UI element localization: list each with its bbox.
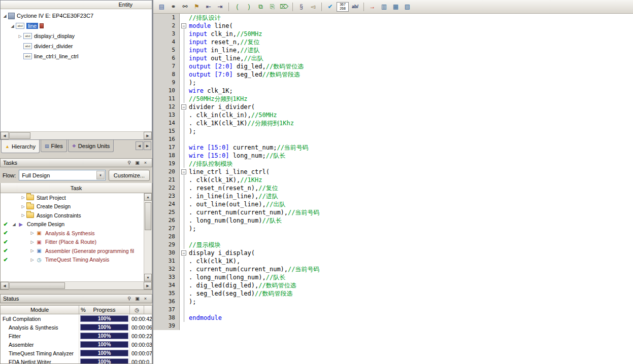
column-header-module[interactable]: Module (1, 306, 79, 314)
line-number: 21 (153, 176, 180, 184)
expand-arrow-icon[interactable]: ▷ (29, 258, 36, 262)
collapse-arrow-icon[interactable]: ◢ (2, 14, 8, 18)
fold-toggle-icon[interactable]: − (181, 169, 186, 174)
expand-arrow-icon[interactable]: ▷ (17, 34, 23, 39)
customize-button[interactable]: Customize... (109, 170, 150, 181)
close-icon[interactable]: × (142, 295, 149, 302)
scroll-left-icon[interactable]: ◀ (1, 132, 9, 139)
tree-item-line-ctrl[interactable]: abdline_ctrl:i_line_ctrl (1, 51, 152, 61)
fold-toggle-icon[interactable]: − (181, 23, 186, 28)
flow-select[interactable]: Full Design ▼ (19, 170, 106, 180)
comment-token: //50MHz分频到1KHz (189, 95, 247, 102)
word-wrap-icon[interactable]: ab/ (350, 2, 360, 12)
code-editor[interactable]: 1//排队设计2−module line(3input clk_in,//50M… (153, 14, 633, 364)
close-icon[interactable]: × (142, 159, 149, 166)
scroll-up-icon[interactable]: ▲ (144, 193, 152, 201)
keyword-token: module (189, 22, 211, 29)
scrollbar-thumb[interactable] (9, 132, 30, 139)
status-table-header: Module % Progress ◷ (0, 305, 152, 314)
expand-arrow-icon[interactable]: ▷ (20, 213, 26, 217)
tab-hierarchy[interactable]: ▲Hierarchy (1, 140, 40, 153)
task-create-design[interactable]: ▷Create Design (1, 202, 144, 211)
collapse-arrow-icon[interactable]: ◢ (9, 24, 16, 28)
float-icon[interactable]: ▣ (134, 159, 141, 166)
paste-block-icon[interactable]: ⎘ (267, 2, 278, 12)
expand-arrow-icon[interactable]: ▷ (20, 195, 26, 200)
fold-column (180, 184, 189, 192)
window-cascade-icon[interactable]: ▦ (390, 2, 401, 12)
expand-arrow-icon[interactable]: ▷ (29, 240, 36, 244)
fold-toggle-icon[interactable]: − (181, 104, 186, 110)
tab-design-units[interactable]: ❖Design Units (68, 140, 114, 152)
expand-arrow-icon[interactable]: ▷ (29, 231, 36, 235)
run-icon[interactable]: → (367, 2, 378, 12)
navigator-hscrollbar[interactable]: ◀ ▶ (1, 131, 152, 139)
tree-item-display[interactable]: ▷abddisplay:i_display (1, 31, 152, 41)
expand-arrow-icon[interactable]: ▷ (20, 204, 26, 209)
task-assign-constraints[interactable]: ▷Assign Constraints (1, 211, 144, 220)
edit-settings-icon[interactable]: ▤ (156, 2, 167, 12)
scroll-right-icon[interactable]: ▶ (144, 282, 152, 289)
toolbar-separator (228, 3, 229, 11)
code-line: 12−divider i_divider( (153, 103, 633, 111)
increase-indent-icon[interactable]: ⇥ (215, 2, 225, 12)
copy-block-icon[interactable]: ⧉ (255, 2, 266, 12)
code-line: 17wire [15:0] current_num;//当前号码 (153, 143, 633, 152)
task-label: TimeQuest Timing Analysis (45, 257, 109, 263)
task-start-project[interactable]: ▷Start Project (1, 193, 144, 202)
scrollbar-thumb[interactable] (9, 282, 65, 289)
decrease-indent-icon[interactable]: ⇤ (203, 2, 214, 12)
scroll-right-icon[interactable]: ▶ (144, 132, 152, 139)
goto-line-icon[interactable]: ⚑ (191, 2, 202, 12)
fold-column (180, 95, 189, 103)
scroll-down-icon[interactable]: ▼ (144, 274, 152, 281)
expand-arrow-icon[interactable]: ▷ (29, 248, 36, 253)
tab-scroll-left-icon[interactable]: ◀ (136, 141, 143, 150)
delete-block-icon[interactable]: ⌦ (279, 2, 289, 12)
tree-item-line[interactable]: ◢abdline (1, 21, 152, 31)
comment-icon[interactable]: ( (232, 2, 243, 12)
tree-item-label: display:i_display (34, 33, 75, 39)
column-header-time[interactable]: ◷ (130, 306, 144, 314)
code-text: . clk(clk_1K),//1KHz (189, 176, 262, 184)
pin-icon[interactable]: ⚲ (125, 295, 133, 302)
tasks-vscrollbar[interactable]: ▲ ▼ (144, 193, 152, 281)
task-fitter[interactable]: ✔▷▣Fitter (Place & Route) (1, 238, 144, 247)
scroll-left-icon[interactable]: ◀ (1, 282, 9, 289)
task-timequest[interactable]: ✔▷◷TimeQuest Timing Analysis (1, 256, 144, 265)
code-token: ); (189, 298, 196, 305)
code-line: 39 (153, 322, 633, 330)
task-assembler[interactable]: ✔▷▣Assembler (Generate programming fil (1, 246, 144, 256)
window-split-icon[interactable]: ▥ (379, 2, 389, 12)
find-replace-icon[interactable]: ⚯ (180, 2, 190, 12)
collapse-arrow-icon[interactable]: ◢ (11, 222, 17, 227)
line-number: 11 (153, 95, 180, 103)
float-icon[interactable]: ▣ (134, 295, 141, 302)
pin-icon[interactable]: ⚲ (125, 159, 133, 166)
keyword-token: [15:0] (207, 144, 229, 151)
tree-item-divider[interactable]: abddivider:i_divider (1, 41, 152, 51)
find-icon[interactable]: ⚭ (168, 2, 179, 12)
scrollbar-thumb[interactable] (145, 202, 151, 230)
tab-files[interactable]: ▤Files (41, 140, 67, 152)
megaphone-icon[interactable]: ◅ (308, 2, 318, 12)
column-header-progress[interactable]: % Progress (79, 306, 130, 314)
chevron-down-icon[interactable]: ▼ (96, 171, 105, 179)
code-text: . current_num(current_num),//当前号码 (189, 265, 320, 273)
code-token: ); (189, 225, 196, 232)
task-column-header[interactable]: Task (1, 183, 152, 193)
tree-item-device[interactable]: ◢Cyclone IV E: EP4CE30F23C7 (1, 11, 152, 21)
tab-scroll-right-icon[interactable]: ▶ (144, 141, 151, 150)
task-compile-design[interactable]: ✔◢▶Compile Design (1, 220, 144, 229)
code-text: //排队控制模块 (189, 160, 232, 168)
tasks-hscrollbar[interactable]: ◀ ▶ (1, 281, 152, 289)
fold-toggle-icon[interactable]: − (181, 250, 186, 256)
paperclip-icon[interactable]: § (296, 2, 307, 12)
top-entity-badge-icon (40, 23, 44, 28)
hierarchy-icon: ▲ (5, 144, 10, 149)
uncomment-icon[interactable]: ) (244, 2, 254, 12)
code-token: . clk_in(clk_in), (189, 112, 251, 119)
syntax-check-icon[interactable]: ✔ (325, 2, 336, 12)
task-analysis-synthesis[interactable]: ✔▷▣Analysis & Synthesis (1, 229, 144, 238)
window-tile-icon[interactable]: ▧ (402, 2, 413, 12)
